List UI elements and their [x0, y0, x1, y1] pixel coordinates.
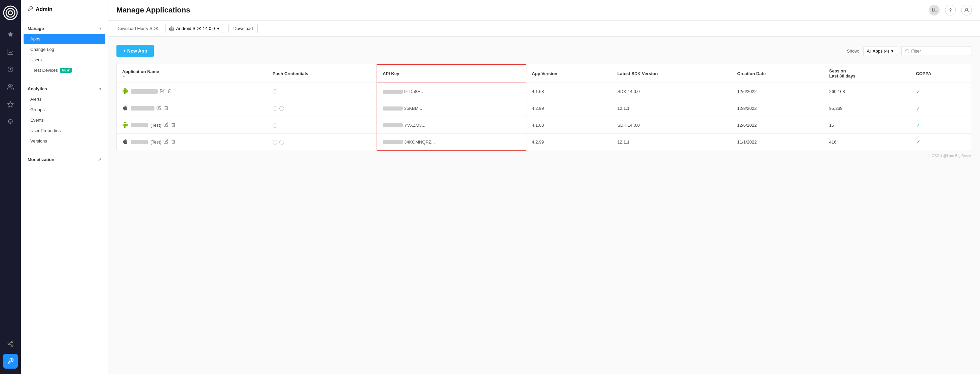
external-link-icon: ↗	[98, 157, 101, 162]
svg-point-1	[6, 8, 15, 17]
edit-icon[interactable]	[160, 89, 165, 94]
sidebar-monetization-header[interactable]: Monetization ↗	[21, 154, 108, 165]
td-sdk-version: SDK 14.0.0	[612, 83, 732, 100]
sidebar-analytics-header[interactable]: Analytics ▾	[21, 83, 108, 94]
sidebar-item-apps[interactable]: Apps	[24, 34, 105, 44]
api-key-suffix: 34KGMNQPZ...	[404, 139, 435, 145]
push-cred-circles	[273, 123, 371, 128]
sidebar-apps-label: Apps	[30, 37, 40, 42]
delete-icon[interactable]	[164, 105, 169, 111]
sidebar-icon-star[interactable]	[3, 27, 18, 42]
svg-point-4	[8, 85, 11, 87]
td-api-key: YVXZM3...	[377, 117, 526, 134]
app-name-blurred	[131, 123, 148, 127]
coppa-check-icon: ✓	[916, 105, 920, 111]
coppa-check-icon: ✓	[916, 122, 920, 128]
col-header-app-name[interactable]: Application Name ▲	[117, 64, 267, 83]
sidebar-item-test-devices[interactable]: Test Devices NEW	[21, 65, 108, 75]
sidebar-groups-label: Groups	[30, 107, 45, 112]
col-header-creation-date: Creation Date	[732, 64, 824, 83]
logo[interactable]	[3, 5, 18, 20]
new-app-button[interactable]: + New App	[116, 45, 154, 57]
sidebar-item-users[interactable]: Users	[21, 54, 108, 65]
td-api-key: 34KGMNQPZ...	[377, 134, 526, 150]
sidebar-users-label: Users	[30, 57, 42, 62]
api-key-cell: 9TD58F...	[383, 89, 520, 94]
app-name-cell	[122, 105, 154, 112]
question-icon: ?	[949, 7, 952, 13]
coppa-check-icon: ✓	[916, 89, 920, 94]
user-profile-button[interactable]	[961, 5, 972, 16]
sidebar-testdevices-label: Test Devices	[30, 68, 58, 73]
svg-point-9	[11, 345, 13, 346]
push-cred-circle	[273, 106, 277, 111]
android-icon: 🤖	[169, 26, 174, 31]
td-push-cred	[267, 134, 377, 150]
sidebar-icon-users[interactable]	[3, 80, 18, 94]
col-header-session: SessionLast 30 days	[824, 64, 911, 83]
sidebar-icon-sparkle[interactable]	[3, 97, 18, 112]
coppa-check-icon: ✓	[916, 139, 920, 145]
action-icons	[156, 105, 169, 111]
svg-point-8	[8, 343, 10, 345]
sidebar-icon-chart[interactable]	[3, 45, 18, 59]
td-session: 416	[824, 134, 911, 150]
filter-input[interactable]	[912, 48, 968, 54]
sidebar-monetization-label: Monetization	[28, 157, 54, 162]
page-title: Manage Applications	[116, 6, 190, 14]
sdk-version-select[interactable]: 🤖 Android SDK 14.0.0 ▾	[165, 24, 223, 33]
edit-icon[interactable]	[164, 139, 168, 145]
api-key-blurred	[383, 123, 403, 127]
toolbar-right: Show: All Apps (4) ▾	[847, 46, 972, 56]
delete-icon[interactable]	[167, 89, 172, 94]
td-sdk-version: 12.1.1	[612, 100, 732, 117]
app-name-cell: (Test)	[122, 139, 162, 145]
sidebar-monetization-section: Monetization ↗	[21, 150, 108, 169]
td-creation-date: 11/1/2022	[732, 134, 824, 150]
download-button[interactable]: Download	[229, 24, 258, 33]
delete-icon[interactable]	[171, 122, 176, 128]
filter-container[interactable]	[901, 46, 972, 56]
sidebar-item-groups[interactable]: Groups	[21, 104, 108, 115]
td-app-name	[117, 83, 267, 100]
td-session: 95,269	[824, 100, 911, 117]
sidebar-item-user-properties[interactable]: User Properties	[21, 125, 108, 136]
td-session: 260,168	[824, 83, 911, 100]
table-row: (Test) YVXZM3... 4.1.68 SDK 14.0.0 12/6/…	[117, 117, 972, 134]
push-cred-circle	[273, 123, 277, 128]
app-name-cell: (Test)	[122, 121, 162, 129]
sidebar-item-versions[interactable]: Versions	[21, 136, 108, 146]
col-header-app-version: App Version	[526, 64, 612, 83]
sidebar: Admin Manage ▾ Apps Change Log Users Tes…	[21, 0, 108, 374]
sidebar-manage-header[interactable]: Manage ▾	[21, 23, 108, 34]
app-name-blurred	[131, 89, 158, 94]
td-coppa: ✓	[911, 117, 972, 134]
sidebar-icon-clock[interactable]	[3, 62, 18, 77]
td-creation-date: 12/6/2022	[732, 117, 824, 134]
api-key-blurred	[383, 90, 403, 94]
sidebar-icon-alien[interactable]	[3, 115, 18, 129]
push-cred-circles	[273, 89, 371, 94]
sidebar-item-alerts[interactable]: Alerts	[21, 94, 108, 104]
sidebar-icon-share[interactable]	[3, 336, 18, 351]
push-cred-circle	[279, 140, 284, 145]
show-apps-select[interactable]: All Apps (4) ▾	[863, 46, 897, 56]
sidebar-item-changelog[interactable]: Change Log	[21, 44, 108, 54]
user-initials-badge[interactable]: LL	[929, 5, 940, 16]
sidebar-icon-wrench[interactable]	[3, 354, 18, 369]
help-button[interactable]: ?	[945, 5, 956, 16]
show-apps-value: All Apps (4)	[867, 48, 889, 54]
sidebar-admin-label: Admin	[36, 6, 52, 13]
sidebar-item-events[interactable]: Events	[21, 115, 108, 125]
push-cred-circle	[273, 140, 277, 145]
push-cred-circles	[273, 106, 371, 111]
platform-icon	[122, 88, 128, 95]
platform-icon	[122, 105, 128, 112]
edit-icon[interactable]	[156, 105, 161, 111]
content-area: + New App Show: All Apps (4) ▾	[108, 37, 980, 374]
td-sdk-version: SDK 14.0.0	[612, 117, 732, 134]
delete-icon[interactable]	[171, 139, 176, 145]
td-push-cred	[267, 100, 377, 117]
edit-icon[interactable]	[164, 122, 168, 128]
sidebar-analytics-section: Analytics ▾ Alerts Groups Events User Pr…	[21, 80, 108, 150]
